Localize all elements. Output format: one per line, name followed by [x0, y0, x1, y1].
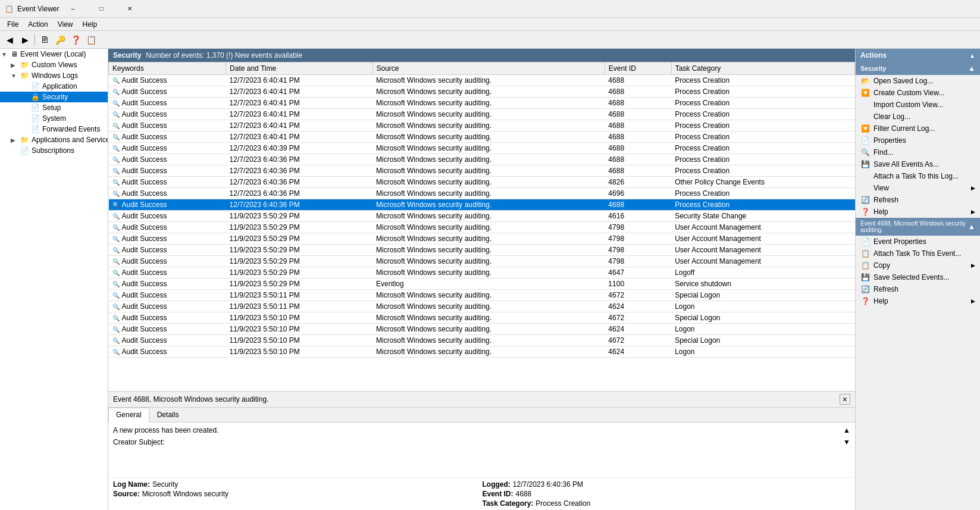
action-help2[interactable]: ❓ Help ▶: [856, 295, 980, 307]
cell-source: Microsoft Windows security auditing.: [372, 98, 605, 109]
table-row[interactable]: 🔍Audit Success11/9/2023 5:50:10 PMMicros…: [109, 324, 855, 335]
toolbar-back-button[interactable]: ◀: [2, 33, 17, 47]
cell-keyword: 🔍Audit Success: [109, 335, 226, 346]
events-table-container[interactable]: Keywords Date and Time Source Event ID T…: [108, 62, 855, 391]
detail-content[interactable]: A new process has been created. ▲ ▼ Crea…: [108, 423, 855, 477]
table-row[interactable]: 🔍Audit Success11/9/2023 5:50:29 PMMicros…: [109, 222, 855, 233]
menu-view[interactable]: View: [53, 19, 78, 30]
table-row[interactable]: 🔍Audit Success11/9/2023 5:50:29 PMEventl…: [109, 279, 855, 290]
cell-keyword: 🔍Audit Success: [109, 143, 226, 154]
table-row[interactable]: 🔍Audit Success11/9/2023 5:50:11 PMMicros…: [109, 290, 855, 301]
action-copy[interactable]: 📋 Copy ▶: [856, 259, 980, 271]
maximize-button[interactable]: □: [87, 0, 115, 18]
table-row[interactable]: 🔍Audit Success12/7/2023 6:40:41 PMMicros…: [109, 109, 855, 120]
action-refresh2[interactable]: 🔄 Refresh: [856, 283, 980, 295]
tree-app-services[interactable]: ▶ 📁 Applications and Services Lo...: [0, 134, 108, 145]
action-save-selected-events[interactable]: 💾 Save Selected Events...: [856, 271, 980, 283]
minimize-button[interactable]: –: [59, 0, 86, 18]
col-datetime[interactable]: Date and Time: [226, 62, 372, 75]
event-sub-header[interactable]: Event 4688, Microsoft Windows security a…: [856, 218, 980, 236]
cell-source: Microsoft Windows security auditing.: [372, 143, 605, 154]
table-row[interactable]: 🔍Audit Success12/7/2023 6:40:41 PMMicros…: [109, 120, 855, 132]
tree-forwarded-events[interactable]: 📄 Forwarded Events: [0, 124, 108, 134]
toolbar-action-button[interactable]: 🔑: [53, 33, 67, 47]
action-clear-log[interactable]: Clear Log...: [856, 111, 980, 123]
security-sub-header[interactable]: Security ▲: [856, 62, 980, 75]
view-label: View: [873, 184, 889, 192]
cell-category: Special Logon: [671, 335, 854, 346]
menu-action[interactable]: Action: [23, 19, 52, 30]
tree-application[interactable]: 📄 Application: [0, 81, 108, 92]
table-row[interactable]: 🔍Audit Success12/7/2023 6:40:39 PMMicros…: [109, 143, 855, 154]
detail-header-text: Event 4688, Microsoft Windows security a…: [113, 395, 268, 403]
toolbar-open-button[interactable]: 🖹: [37, 33, 52, 47]
table-row[interactable]: 🔍Audit Success11/9/2023 5:50:10 PMMicros…: [109, 312, 855, 324]
actions-header[interactable]: Actions ▲: [856, 49, 980, 62]
table-row[interactable]: 🔍Audit Success12/7/2023 6:40:36 PMMicros…: [109, 154, 855, 165]
table-row[interactable]: 🔍Audit Success12/7/2023 6:40:36 PMMicros…: [109, 165, 855, 177]
action-view[interactable]: View ▶: [856, 182, 980, 194]
cell-date: 11/9/2023 5:50:29 PM: [226, 256, 372, 267]
windows-logs-label: Windows Logs: [32, 71, 78, 80]
tree-root[interactable]: ▼ 🖥 Event Viewer (Local): [0, 49, 108, 60]
table-row[interactable]: 🔍Audit Success11/9/2023 5:50:11 PMMicros…: [109, 301, 855, 312]
col-source[interactable]: Source: [372, 62, 605, 75]
table-row[interactable]: 🔍Audit Success11/9/2023 5:50:10 PMMicros…: [109, 335, 855, 346]
table-row[interactable]: 🔍Audit Success12/7/2023 6:40:36 PMMicros…: [109, 188, 855, 199]
action-event-properties[interactable]: 📄 Event Properties: [856, 236, 980, 248]
action-attach-task-event[interactable]: 📋 Attach Task To This Event...: [856, 248, 980, 259]
table-row[interactable]: 🔍Audit Success11/9/2023 5:50:29 PMMicros…: [109, 267, 855, 279]
cell-category: Process Creation: [671, 132, 854, 143]
toolbar-help-icon[interactable]: ❓: [68, 33, 83, 47]
help-label: Help: [873, 208, 888, 216]
detail-close-button[interactable]: ×: [840, 394, 850, 405]
table-row[interactable]: 🔍Audit Success11/9/2023 5:50:29 PMMicros…: [109, 233, 855, 245]
action-create-custom-view[interactable]: 🔽 Create Custom View...: [856, 87, 980, 99]
table-row[interactable]: 🔍Audit Success12/7/2023 6:40:41 PMMicros…: [109, 86, 855, 98]
tab-details[interactable]: Details: [149, 408, 187, 422]
cell-eventid: 4688: [605, 143, 671, 154]
cell-eventid: 4672: [605, 335, 671, 346]
table-row[interactable]: 🔍Audit Success12/7/2023 6:40:36 PMMicros…: [109, 177, 855, 188]
tab-general[interactable]: General: [108, 408, 149, 423]
table-row[interactable]: 🔍Audit Success11/9/2023 5:50:10 PMMicros…: [109, 346, 855, 358]
tree-custom-views[interactable]: ▶ 📁 Custom Views: [0, 60, 108, 70]
action-save-events[interactable]: 💾 Save All Events As...: [856, 158, 980, 170]
tree-system[interactable]: 📄 System: [0, 113, 108, 124]
tree-windows-logs[interactable]: ▼ 📁 Windows Logs: [0, 70, 108, 81]
table-row[interactable]: 🔍Audit Success11/9/2023 5:50:29 PMMicros…: [109, 211, 855, 222]
cell-keyword: 🔍Audit Success: [109, 324, 226, 335]
action-find[interactable]: 🔍 Find...: [856, 146, 980, 158]
tree-security[interactable]: 🔒 Security: [0, 92, 108, 102]
menu-file[interactable]: File: [2, 19, 23, 30]
table-row[interactable]: 🔍Audit Success12/7/2023 6:40:41 PMMicros…: [109, 75, 855, 86]
tree-subscriptions[interactable]: 📄 Subscriptions: [0, 145, 108, 156]
col-eventid[interactable]: Event ID: [605, 62, 671, 75]
action-open-saved-log[interactable]: 📂 Open Saved Log...: [856, 75, 980, 87]
table-row[interactable]: 🔍Audit Success12/7/2023 6:40:41 PMMicros…: [109, 132, 855, 143]
scroll-down-icon[interactable]: ▼: [843, 438, 850, 446]
cell-date: 12/7/2023 6:40:36 PM: [226, 177, 372, 188]
windows-logs-expand-icon: ▼: [11, 73, 20, 79]
tree-setup[interactable]: 📄 Setup: [0, 102, 108, 113]
scroll-up-icon[interactable]: ▲: [843, 426, 850, 434]
table-row[interactable]: 🔍Audit Success11/9/2023 5:50:29 PMMicros…: [109, 256, 855, 267]
col-keywords[interactable]: Keywords: [109, 62, 226, 75]
action-help[interactable]: ❓ Help ▶: [856, 206, 980, 218]
toolbar-view-button[interactable]: 📋: [84, 33, 98, 47]
help2-label: Help: [873, 297, 888, 305]
close-button[interactable]: ✕: [116, 0, 143, 18]
toolbar-forward-button[interactable]: ▶: [18, 33, 32, 47]
table-row[interactable]: 🔍Audit Success11/9/2023 5:50:29 PMMicros…: [109, 245, 855, 256]
action-import-custom-view[interactable]: Import Custom View...: [856, 99, 980, 111]
action-properties[interactable]: 📄 Properties: [856, 134, 980, 146]
action-filter-log[interactable]: 🔽 Filter Current Log...: [856, 123, 980, 134]
action-refresh[interactable]: 🔄 Refresh: [856, 194, 980, 206]
action-attach-task-log[interactable]: Attach a Task To this Log...: [856, 170, 980, 182]
table-row[interactable]: 🔍Audit Success12/7/2023 6:40:41 PMMicros…: [109, 98, 855, 109]
cell-category: Special Logon: [671, 312, 854, 324]
table-row[interactable]: 🔍Audit Success12/7/2023 6:40:36 PMMicros…: [109, 199, 855, 211]
title-bar: 📋 Event Viewer – □ ✕: [0, 0, 980, 18]
menu-help[interactable]: Help: [78, 19, 102, 30]
col-category[interactable]: Task Category: [671, 62, 854, 75]
